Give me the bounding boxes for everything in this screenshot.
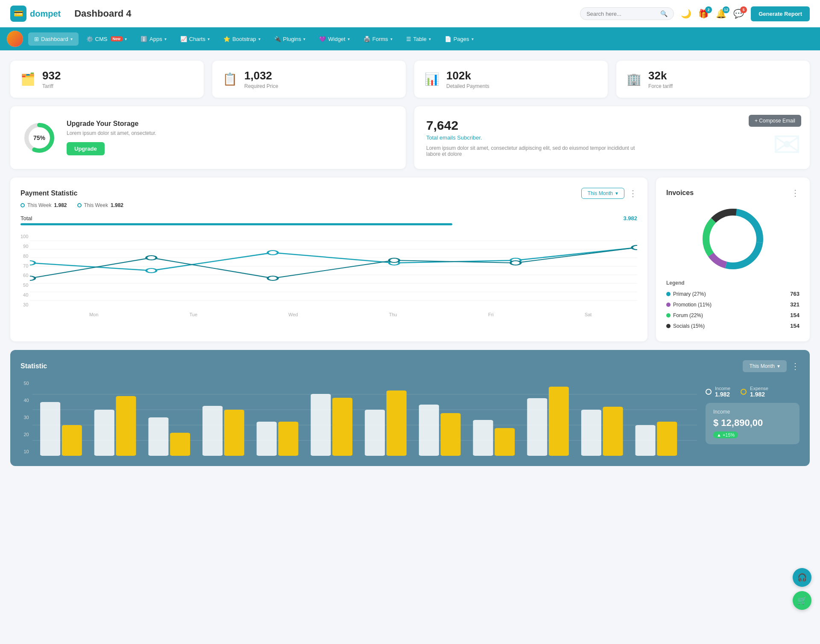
svg-rect-37 (116, 396, 136, 456)
nav-item-table[interactable]: ☰ Table ▾ (400, 32, 437, 46)
nav-item-charts[interactable]: 📈 Charts ▾ (174, 32, 216, 46)
search-bar[interactable]: 🔍 (580, 7, 674, 20)
bar-y-labels: 50 40 30 20 10 (20, 379, 32, 456)
email-subtitle: Total emails Subcriber. (426, 134, 798, 141)
invoices-card: Invoices ⋮ (656, 178, 810, 341)
nav-item-apps[interactable]: ℹ️ Apps ▾ (135, 32, 173, 46)
chevron-down-icon-6: ▾ (303, 37, 305, 41)
bell-badge: 12 (723, 6, 729, 13)
payment-more-button[interactable]: ⋮ (629, 188, 637, 198)
invoices-donut-container (666, 205, 800, 273)
nav-label-table: Table (413, 36, 427, 42)
inv-dot-primary (666, 292, 671, 296)
logo: 💳 dompet (10, 6, 61, 22)
main-content: 🗂️ 932 Tariff 📋 1,032 Required Price 📊 1… (0, 50, 820, 476)
nav-label-widget: Widget (328, 36, 345, 42)
invoices-more-button[interactable]: ⋮ (791, 188, 800, 198)
this-month-filter-button[interactable]: This Month ▾ (581, 188, 624, 199)
nav-item-bootstrap[interactable]: ⭐ Bootstrap ▾ (217, 32, 266, 46)
stats-row: 🗂️ 932 Tariff 📋 1,032 Required Price 📊 1… (10, 61, 810, 98)
legend-val-2: 1.982 (111, 202, 123, 208)
svg-rect-46 (365, 410, 385, 456)
svg-rect-52 (527, 398, 547, 456)
stat-label-force: Force tariff (648, 83, 673, 89)
svg-rect-41 (224, 410, 244, 456)
invoices-donut-svg (699, 205, 767, 273)
statistic-content: 50 40 30 20 10 (20, 379, 800, 456)
chevron-down-icon-5: ▾ (258, 37, 261, 41)
stat-value-price: 1,032 (244, 69, 278, 82)
email-bg-icon: ✉ (773, 125, 801, 165)
payment-card: Payment Statistic This Month ▾ ⋮ This We… (10, 178, 647, 341)
stat-card-force: 🏢 32k Force tariff (616, 61, 810, 98)
upgrade-button[interactable]: Upgrade (67, 142, 105, 155)
storage-info: Upgrade Your Storage Lorem ipsum dolor s… (67, 120, 156, 155)
stat-label-payments: Detailed Payments (446, 83, 489, 89)
income-box-label: Income (713, 409, 792, 415)
nav-item-cms[interactable]: ⚙️ CMS New ▾ (80, 32, 133, 46)
nav-label-charts: Charts (189, 36, 205, 42)
expense-label: Expense (750, 386, 768, 391)
invoices-title: Invoices (666, 189, 694, 197)
gift-icon[interactable]: 🎁2 (698, 9, 709, 19)
svg-rect-56 (635, 425, 655, 456)
generate-report-button[interactable]: Generate Report (751, 6, 810, 21)
storage-title: Upgrade Your Storage (67, 120, 156, 128)
legend-val-1: 1.982 (54, 202, 67, 208)
chat-badge: 5 (740, 6, 747, 13)
charts-row: Payment Statistic This Month ▾ ⋮ This We… (10, 178, 810, 341)
svg-rect-42 (256, 422, 276, 456)
svg-rect-44 (310, 394, 331, 456)
svg-point-11 (146, 268, 157, 273)
stat-card-payments: 📊 102k Detailed Payments (414, 61, 608, 98)
inv-count-primary: 763 (790, 291, 800, 297)
statistic-title: Statistic (20, 362, 47, 370)
invoice-legend: Legend Primary (27%) 763 Promotion (11%)… (666, 280, 800, 331)
svg-rect-48 (419, 405, 439, 456)
nav-item-forms[interactable]: 🖨️ Forms ▾ (357, 32, 398, 46)
inv-dot-forum (666, 313, 671, 318)
svg-point-19 (389, 258, 399, 262)
line-chart-svg (30, 232, 637, 309)
inv-dot-promotion (666, 303, 671, 307)
svg-point-20 (511, 261, 521, 265)
line-chart-svg-container: Mon Tue Wed Thu Fri Sat (30, 232, 637, 317)
nav-item-pages[interactable]: 📄 Pages ▾ (439, 32, 480, 46)
email-card: + Compose Email 7,642 Total emails Subcr… (414, 106, 810, 169)
stat-value-force: 32k (648, 69, 673, 82)
payment-legend: This Week 1.982 This Week 1.982 (20, 202, 637, 208)
statistic-header: Statistic This Month ▾ ⋮ (20, 360, 800, 372)
nav-label-pages: Pages (454, 36, 469, 42)
nav-item-plugins[interactable]: 🔌 Plugins ▾ (268, 32, 312, 46)
svg-rect-57 (657, 422, 677, 456)
x-axis-labels: Mon Tue Wed Thu Fri Sat (30, 312, 637, 317)
charts-icon: 📈 (180, 36, 187, 42)
nav-label-dashboard: Dashboard (41, 36, 68, 42)
statistic-more-button[interactable]: ⋮ (791, 361, 800, 371)
moon-icon[interactable]: 🌙 (681, 9, 691, 19)
cms-badge: New (111, 36, 123, 41)
income-dot (706, 389, 712, 395)
invoices-header: Invoices ⋮ (666, 188, 800, 198)
up-arrow-icon: ▲ (717, 432, 721, 437)
month-label: This Month (750, 363, 775, 369)
stat-value-payments: 102k (446, 69, 489, 82)
search-input[interactable] (586, 11, 657, 17)
statistic-section: Statistic This Month ▾ ⋮ 50 40 30 20 (10, 350, 810, 466)
statistic-month-filter-button[interactable]: This Month ▾ (743, 360, 787, 372)
forms-icon: 🖨️ (363, 36, 370, 42)
chat-icon[interactable]: 💬5 (733, 9, 744, 19)
y-axis-labels: 100 90 80 70 60 50 40 30 (20, 232, 28, 309)
inv-count-promotion: 321 (790, 301, 800, 308)
nav-avatar (7, 31, 23, 47)
svg-rect-49 (440, 413, 460, 456)
header: 💳 dompet Dashboard 4 🔍 🌙 🎁2 🔔12 💬5 Gener… (0, 0, 820, 27)
nav-item-dashboard[interactable]: ⊞ Dashboard ▾ (28, 32, 79, 46)
nav-item-widget[interactable]: 💜 Widget ▾ (313, 32, 355, 46)
line-chart-area: 100 90 80 70 60 50 40 30 (20, 232, 637, 317)
svg-rect-47 (386, 390, 406, 456)
bell-icon[interactable]: 🔔12 (716, 9, 726, 19)
apps-icon: ℹ️ (141, 36, 147, 42)
svg-point-18 (268, 276, 278, 280)
income-box: Income $ 12,890,00 ▲ +15% (706, 403, 800, 444)
